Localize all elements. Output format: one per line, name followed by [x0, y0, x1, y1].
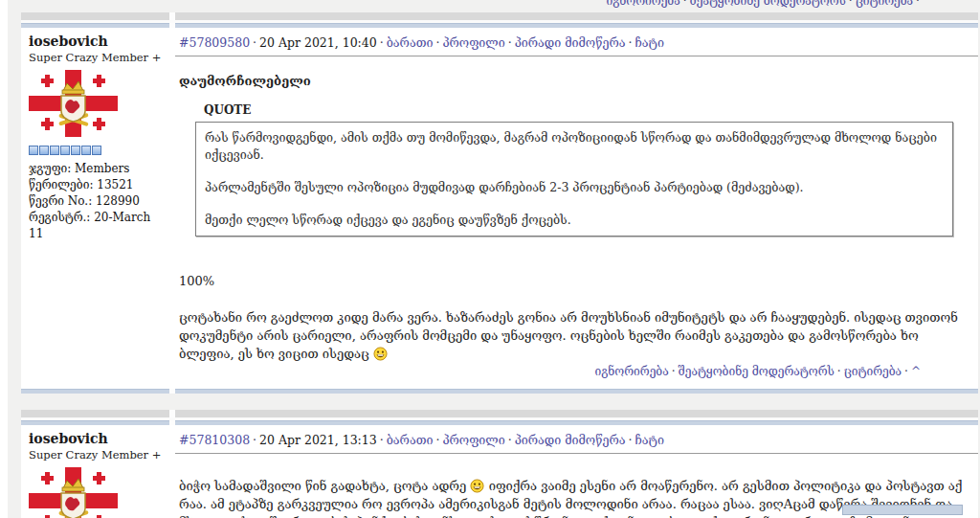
post-footer-links: იგნორირება·შეატყობინე მოდერატორს·ციტირებ… — [606, 0, 932, 8]
post-text-percent: 100% — [179, 272, 967, 290]
separator-dot: · — [377, 35, 387, 50]
author-member-title: Super Crazy Member + — [29, 52, 164, 64]
author-panel: iosebovich Super Crazy Member + — [21, 425, 169, 518]
quote-link[interactable]: ციტირება — [856, 0, 913, 8]
author-avatar[interactable] — [29, 467, 164, 518]
header-divider — [175, 56, 978, 56]
member-group: ჯგუფი: Members — [29, 161, 164, 177]
grin-emoticon — [373, 347, 388, 361]
separator-dot: · — [505, 433, 515, 447]
quote-line: პარლამენტში შესული ოპოზიცია მუდმივად დარ… — [205, 179, 944, 196]
card-link[interactable]: ბარათი — [387, 433, 434, 447]
member-pip — [60, 146, 70, 155]
separator-dot: · — [902, 365, 911, 378]
member-info: ჯგუფი: Members წერილები: 13521 წევრი No.… — [29, 161, 164, 242]
separator-dot: · — [626, 433, 635, 447]
author-panel: iosebovich Super Crazy Member + — [21, 28, 169, 389]
separator-dot: · — [626, 35, 635, 50]
separator-dot: · — [846, 0, 856, 8]
separator-dot: · — [505, 35, 515, 50]
post-header: #57809580·20 Apr 2021, 10:40·ბარათი·პროფ… — [179, 34, 967, 50]
forum-thread-page: იგნორირება·შეატყობინე მოდერატორს·ციტირებ… — [0, 0, 980, 518]
post-date: 20 Apr 2021, 10:40 — [259, 35, 377, 50]
post-paragraph: ცოტახანი რო გაეძლოთ კიდე მარა ვერა. ხაზა… — [179, 308, 967, 363]
post-separator-gray — [21, 12, 978, 20]
member-pip — [92, 146, 101, 155]
post-text: ბიჭო სამადაშვილი წინ გადახტა, ცოტა ადრე — [179, 479, 466, 493]
separator-dot: · — [250, 433, 259, 447]
georgian-royal-flag-icon — [29, 467, 118, 518]
author-avatar[interactable] — [29, 70, 164, 141]
private-message-link[interactable]: პირადი მიმოწერა — [515, 35, 626, 50]
grin-emoticon — [470, 479, 484, 493]
separator-dot: · — [680, 0, 690, 8]
separator-dot: · — [669, 365, 679, 378]
quote-line: რას წარმოვიდგენდი, ამის თქმა თუ მომიწევდ… — [205, 129, 944, 164]
between-posts-gap — [8, 394, 980, 410]
quote-link[interactable]: ციტირება — [844, 365, 902, 378]
member-rating-pips — [29, 146, 164, 155]
post-header: #57810308·20 Apr 2021, 13:13·ბარათი·პროფ… — [179, 431, 967, 447]
georgian-royal-flag-icon — [29, 70, 118, 137]
post-subject: დაუმორჩილებელი — [179, 72, 967, 90]
header-divider — [175, 453, 978, 454]
chat-link[interactable]: ჩატი — [635, 433, 664, 447]
post-id-link[interactable]: #57809580 — [179, 35, 250, 50]
report-to-moderator-link[interactable]: შეატყობინე მოდერატორს — [690, 0, 846, 8]
back-to-top-link[interactable]: ^ — [911, 365, 921, 378]
quote-line: მეთქი ლელო სწორად იქცევა და ეგენიც დაუწვ… — [205, 212, 944, 229]
member-pip — [81, 146, 91, 155]
ignore-link[interactable]: იგნორირება — [606, 0, 679, 8]
quote-label: QUOTE — [204, 101, 967, 120]
member-number: წევრი No.: 128990 — [29, 193, 164, 210]
profile-link[interactable]: პროფილი — [442, 433, 504, 447]
next-element-edge — [842, 505, 963, 515]
ignore-link[interactable]: იგნორირება — [594, 365, 668, 378]
member-pip — [39, 146, 49, 155]
private-message-link[interactable]: პირადი მიმოწერა — [515, 433, 626, 447]
separator-dot: · — [835, 365, 844, 378]
post-separator-gray — [21, 410, 978, 417]
post-content-panel: #57809580·20 Apr 2021, 10:40·ბარათი·პროფ… — [175, 28, 978, 389]
separator-dot: · — [433, 35, 442, 50]
post-body: დაუმორჩილებელი QUOTE რას წარმოვიდგენდი, … — [179, 70, 967, 381]
post-footer-links: იგნორირება·შეატყობინე მოდერატორს·ციტირებ… — [179, 363, 967, 381]
post-id-link[interactable]: #57810308 — [179, 433, 250, 447]
separator-dot: · — [433, 433, 442, 447]
post-date: 20 Apr 2021, 13:13 — [259, 433, 377, 447]
author-username[interactable]: iosebovich — [29, 431, 164, 446]
author-member-title: Super Crazy Member + — [29, 449, 164, 462]
separator-dot: · — [913, 0, 923, 8]
member-posts-count: წერილები: 13521 — [29, 177, 164, 193]
quote-block: რას წარმოვიდგენდი, ამის თქმა თუ მომიწევდ… — [195, 122, 953, 236]
profile-link[interactable]: პროფილი — [442, 35, 504, 50]
post: iosebovich Super Crazy Member + — [21, 28, 978, 389]
card-link[interactable]: ბარათი — [387, 35, 434, 50]
post-separator-blue — [21, 389, 978, 394]
thread-content-area: იგნორირება·შეატყობინე მოდერატორს·ციტირებ… — [8, 0, 980, 518]
post-text: ცოტახანი რო გაეძლოთ კიდე მარა ვერა. ხაზა… — [179, 310, 958, 361]
author-username[interactable]: iosebovich — [29, 34, 164, 49]
separator-dot: · — [250, 35, 259, 50]
member-pip — [50, 146, 59, 155]
report-to-moderator-link[interactable]: შეატყობინე მოდერატორს — [679, 365, 835, 378]
member-pip — [29, 146, 38, 155]
post: iosebovich Super Crazy Member + — [21, 425, 978, 518]
previous-post-footer-clipped: იგნორირება·შეატყობინე მოდერატორს·ციტირებ… — [8, 0, 980, 12]
chat-link[interactable]: ჩატი — [635, 35, 664, 50]
separator-dot: · — [377, 433, 387, 447]
back-to-top-link[interactable]: ^ — [923, 0, 932, 8]
member-joined: რეგისტრ.: 20-March 11 — [29, 210, 164, 242]
member-pip — [71, 146, 80, 155]
